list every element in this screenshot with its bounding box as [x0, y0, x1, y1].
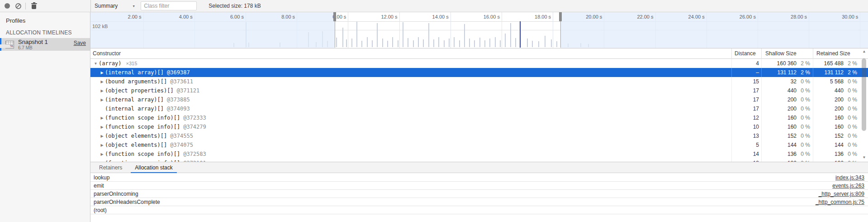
timeline-tick-label: 24.00 s: [688, 14, 705, 19]
expand-arrow-icon[interactable]: ▶: [99, 71, 105, 75]
heap-table-row[interactable]: (internal array)[]@374093172000 %2000 %: [90, 104, 868, 113]
constructor-name: (bound arguments)[]: [105, 78, 167, 85]
allocation-bar: [469, 39, 470, 47]
retained-size-value: 5 568: [813, 78, 844, 85]
stack-frame-row[interactable]: (root): [90, 206, 868, 214]
retained-size-value: 200: [813, 106, 844, 112]
sidebar-item-snapshot[interactable]: % Snapshot 1 6.7 MB Save: [0, 38, 90, 51]
timeline-tick-label: 2.00 s: [128, 14, 142, 19]
expand-arrow-icon[interactable]: ▶: [99, 116, 105, 120]
toolbar: Summary ▼ Selected size: 178 kB: [0, 0, 868, 12]
collapse-arrow-icon[interactable]: ▼: [93, 62, 99, 66]
expand-arrow-icon[interactable]: ▶: [99, 89, 105, 93]
heap-table-row[interactable]: ▼(array)×3154160 3602 %165 4882 %: [90, 59, 868, 68]
shallow-size-value: 160 360: [762, 60, 797, 67]
chevron-down-icon: ▼: [132, 5, 135, 8]
column-header-shallow-size[interactable]: Shallow Size: [761, 48, 813, 59]
allocation-bar: [459, 40, 460, 47]
allocation-bar: [398, 40, 398, 47]
scroll-down-arrow[interactable]: ▼: [860, 155, 868, 161]
expand-arrow-icon[interactable]: ▶: [99, 143, 105, 147]
window-handle-right-line: [560, 21, 561, 48]
stack-frame-row[interactable]: emitevents.js:263: [90, 182, 868, 190]
retained-size-value: 144: [813, 142, 844, 148]
tab-retainers[interactable]: Retainers: [95, 162, 126, 173]
stack-frame-function: parserOnHeadersComplete: [94, 199, 160, 205]
stack-frame-row[interactable]: lookupindex.js:343: [90, 174, 868, 182]
clear-button[interactable]: [13, 0, 24, 11]
expand-arrow-icon[interactable]: ▶: [99, 98, 105, 102]
tab-allocation-stack[interactable]: Allocation stack: [131, 162, 176, 173]
stack-frame-source-link[interactable]: index.js:343: [835, 174, 864, 182]
constructor-name: (object elements)[]: [105, 142, 167, 148]
selected-allocation-spike: [520, 21, 521, 48]
retained-size-value-percent: 2 %: [844, 60, 860, 67]
trash-icon: [31, 3, 37, 9]
heap-table-row[interactable]: ▶(function scope info)[]@372333121600 %1…: [90, 113, 868, 122]
heap-table-row[interactable]: ▶(bound arguments)[]@37361115320 %5 5680…: [90, 77, 868, 86]
window-handle-left-line: [335, 21, 335, 48]
stack-frame-source-link[interactable]: _http_common.js:75: [816, 198, 864, 206]
perspective-select[interactable]: Summary ▼: [95, 3, 135, 9]
timeline-tick-label: 30.00 s: [842, 14, 858, 19]
column-header-retained-size[interactable]: Retained Size: [813, 48, 860, 59]
distance-value: 12: [731, 113, 761, 122]
constructor-name: (internal array)[]: [105, 69, 164, 76]
shallow-size-value-percent: 0 %: [797, 151, 813, 157]
timeline-tick-label: 22.00 s: [637, 14, 653, 19]
heap-table-row[interactable]: ▶(object elements)[]@37407551440 %1440 %: [90, 140, 868, 150]
instance-count: ×315: [126, 61, 138, 66]
window-handle-left[interactable]: [333, 12, 336, 21]
sidebar-item-profiles[interactable]: Profiles: [0, 15, 90, 27]
heap-table-row[interactable]: ▶(internal array)[]@373885172000 %2000 %: [90, 95, 868, 104]
object-id: @371121: [177, 87, 200, 94]
shallow-size-value-percent: 0 %: [797, 78, 813, 85]
retained-size-value-percent: 0 %: [844, 78, 860, 85]
heap-table-row[interactable]: ▶(function scope info)[]@372583141360 %1…: [90, 150, 868, 159]
save-link[interactable]: Save: [74, 40, 86, 46]
heap-table-row[interactable]: ▶(function scope info)[]@372101131360 %1…: [90, 159, 868, 162]
allocation-bar: [515, 38, 516, 47]
column-header-constructor[interactable]: Constructor: [90, 48, 731, 59]
allocation-bar: [532, 41, 533, 47]
allocation-bar: [444, 40, 445, 47]
object-id: @369387: [167, 69, 190, 76]
shallow-size-value-percent: 0 %: [797, 142, 813, 148]
allocation-bar: [336, 38, 337, 47]
delete-profile-button[interactable]: [28, 0, 39, 11]
overlay-right: [560, 12, 868, 48]
window-handle-right[interactable]: [559, 12, 562, 21]
allocation-bar: [449, 39, 450, 47]
selected-size-label: Selected size: 178 kB: [209, 3, 261, 9]
shallow-size-value: 131 112: [762, 69, 797, 76]
scrollbar-thumb[interactable]: [862, 58, 866, 131]
scroll-up-arrow[interactable]: ▲: [860, 49, 868, 55]
snapshot-title: Snapshot 1: [18, 39, 48, 45]
column-header-distance[interactable]: Distance: [731, 48, 761, 59]
allocation-bar: [342, 28, 343, 47]
object-id: @372583: [183, 151, 206, 157]
bottom-tab-bar: RetainersAllocation stack: [90, 162, 868, 173]
record-allocation-button[interactable]: [2, 0, 13, 11]
retained-size-value-percent: 0 %: [844, 115, 860, 121]
stack-frame-row[interactable]: parserOnHeadersComplete_http_common.js:7…: [90, 198, 868, 206]
expand-arrow-icon[interactable]: ▶: [99, 134, 105, 138]
heap-table-row[interactable]: ▶(internal array)[]@369387–131 1122 %131…: [90, 68, 868, 77]
expand-arrow-icon[interactable]: ▶: [99, 80, 105, 84]
stack-frame-source-link[interactable]: events.js:263: [832, 182, 864, 190]
stack-frame-source-link[interactable]: _http_server.js:809: [819, 190, 864, 198]
heap-table-row[interactable]: ▶(object properties)[]@371121174400 %440…: [90, 86, 868, 95]
stack-frame-row[interactable]: parserOnIncoming_http_server.js:809: [90, 190, 868, 198]
allocation-timeline-overview[interactable]: 102 kB 2.00 s4.00 s6.00 s8.00 s0.00 s12.…: [90, 12, 868, 48]
timeline-gridline: [348, 12, 348, 48]
expand-arrow-icon[interactable]: ▶: [99, 152, 105, 156]
expand-arrow-icon[interactable]: ▶: [99, 125, 105, 129]
allocation-bar: [392, 37, 393, 47]
class-filter-input[interactable]: [141, 1, 197, 10]
retained-size-value: 200: [813, 97, 844, 103]
shallow-size-value: 160: [762, 115, 797, 121]
heap-table-row[interactable]: ▶(function scope info)[]@374279101600 %1…: [90, 122, 868, 131]
allocation-bar: [556, 41, 557, 47]
heap-table-row[interactable]: ▶(object elements)[]@374555131520 %1520 …: [90, 131, 868, 140]
allocation-bar: [346, 39, 347, 47]
